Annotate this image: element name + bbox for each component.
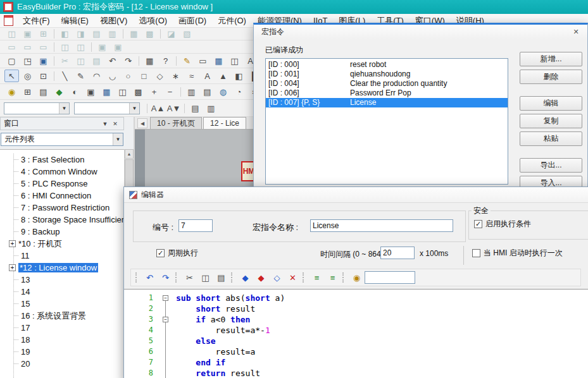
library-icon[interactable]: ◆ (52, 85, 66, 98)
delete-button[interactable]: 删除 (520, 70, 582, 84)
macro-name-input[interactable] (310, 219, 453, 232)
menu-item-0[interactable]: 文件(F) (17, 14, 56, 27)
interval-input[interactable] (380, 247, 415, 259)
tree-item-0[interactable]: 3 : Fast Selection (0, 154, 124, 166)
new-button[interactable]: 新增... (520, 52, 582, 66)
tree-item-2[interactable]: 5 : PLC Response (0, 178, 124, 190)
menu-item-1[interactable]: 编辑(E) (56, 14, 94, 27)
tree-item-1[interactable]: 4 : Common Window (0, 166, 124, 178)
checkbox-box[interactable] (472, 249, 480, 257)
increase-font-icon[interactable]: A▲ (151, 102, 165, 114)
tree-item-16[interactable]: 19 (0, 346, 124, 358)
chevron-down-icon[interactable]: ▼ (129, 103, 139, 114)
tab-1[interactable]: 12 - Lice (203, 117, 246, 129)
macro-list-item-1[interactable]: [ID : 001]qiehuanshoudong (266, 70, 508, 79)
snap-grid-icon[interactable]: ⊞ (20, 85, 35, 98)
save-icon[interactable]: ▣ (36, 54, 51, 67)
print-icon[interactable]: ▦ (142, 54, 157, 67)
recipe-icon[interactable]: ▦ (99, 85, 114, 98)
menu-item-2[interactable]: 视图(V) (94, 14, 133, 27)
step-run-icon[interactable]: ◇ (270, 271, 284, 284)
panel-menu-icon[interactable]: ▼ (100, 121, 110, 127)
layer-icon[interactable]: ▤ (36, 85, 51, 98)
tree-expand-icon[interactable]: + (9, 264, 16, 271)
tab-prev-icon[interactable]: ◀ (137, 118, 147, 128)
chevron-down-icon[interactable]: ▼ (113, 133, 123, 145)
arc-tool-icon[interactable]: ◠ (89, 70, 104, 82)
tree-item-4[interactable]: 7 : Password Restriction (0, 202, 124, 214)
film-icon[interactable]: ▩ (131, 85, 146, 98)
text-tool-icon[interactable]: A (200, 70, 215, 82)
close-icon[interactable]: ✕ (568, 27, 584, 37)
add-breakpoint-icon[interactable]: ◆ (254, 271, 268, 284)
chevron-down-icon[interactable]: ▼ (59, 103, 69, 114)
export-button[interactable]: 导出... (520, 158, 582, 173)
new-file-icon[interactable]: ▢ (4, 54, 19, 67)
select-tool-icon[interactable]: ↖ (4, 70, 19, 82)
checkbox-box[interactable]: ✓ (474, 220, 482, 228)
polygon-tool-icon[interactable]: ◇ (153, 70, 167, 82)
tree-item-6[interactable]: 9 : Backup (0, 226, 124, 238)
code-editor[interactable]: 123456789 −− sub short abs(short a) shor… (124, 289, 588, 378)
redo-icon[interactable]: ↷ (121, 54, 135, 67)
clear-breakpoint-icon[interactable]: ✕ (285, 271, 300, 284)
tree-item-15[interactable]: 18 (0, 334, 124, 346)
undo-icon[interactable]: ↶ (142, 271, 157, 284)
help-icon[interactable]: ? (158, 54, 173, 67)
tree-item-10[interactable]: 13 (0, 274, 124, 286)
copy-icon[interactable]: ◫ (198, 271, 213, 284)
star-tool-icon[interactable]: ∗ (168, 70, 183, 82)
ellipse-tool-icon[interactable]: ○ (121, 70, 135, 82)
scroll-thumb[interactable] (125, 159, 134, 190)
tree-item-11[interactable]: 14 (0, 286, 124, 298)
ruler-icon[interactable]: ▭ (196, 54, 210, 67)
freehand-tool-icon[interactable]: ≈ (184, 70, 199, 82)
menu-item-4[interactable]: 画面(D) (173, 14, 212, 27)
tree-item-12[interactable]: 15 (0, 298, 124, 310)
tree-item-14[interactable]: 17 (0, 322, 124, 334)
address-view-icon[interactable]: ▥ (184, 85, 199, 98)
line-tool-icon[interactable]: ╲ (58, 70, 72, 82)
macro-list-item-0[interactable]: [ID : 000]reset robot (266, 60, 508, 70)
fold-collapse-icon[interactable]: − (163, 317, 168, 322)
fold-collapse-icon[interactable]: − (163, 295, 168, 301)
bulb-icon[interactable]: ◉ (4, 85, 19, 98)
window-preview-icon[interactable]: ◫ (227, 54, 242, 67)
find-keyword-icon[interactable]: ◉ (349, 271, 364, 284)
copy-button[interactable]: 复制 (520, 114, 582, 128)
outdent-icon[interactable]: ≡ (325, 271, 340, 284)
online-icon[interactable]: ◍ (216, 85, 230, 98)
component-list-combo[interactable]: 元件列表 ▼ (1, 133, 123, 146)
open-file-icon[interactable]: ◳ (20, 54, 35, 67)
polyline-tool-icon[interactable]: ✎ (73, 70, 88, 82)
menu-item-5[interactable]: 元件(O) (212, 14, 252, 27)
tree-item-8[interactable]: 11 (0, 250, 124, 262)
periodic-checkbox[interactable]: ✓周期执行 (156, 248, 198, 259)
simulate-icon[interactable]: ◐ (68, 85, 82, 98)
tab-0[interactable]: 10 - 开机页 (150, 117, 202, 129)
checkbox-box[interactable]: ✓ (156, 249, 165, 257)
tree-item-5[interactable]: 8 : Storage Space Insufficient (0, 214, 124, 226)
capture-icon[interactable]: ▣ (84, 85, 98, 98)
redo-icon[interactable]: ↷ (158, 271, 173, 284)
scroll-up-icon[interactable]: ▲ (125, 149, 134, 159)
align-text-icon[interactable]: ▤ (188, 102, 203, 114)
distribute-icon[interactable]: ▥ (204, 102, 218, 114)
language-combo[interactable]: ▼ (74, 102, 140, 114)
pan-tool-icon[interactable]: ◎ (20, 70, 35, 82)
object-state-combo[interactable]: ▼ (4, 102, 70, 114)
menu-item-3[interactable]: 选项(O) (133, 14, 173, 27)
macro-list-item-3[interactable]: [ID : 006]Password Err Pop (266, 88, 508, 98)
zoom-out-icon[interactable]: − (163, 85, 177, 98)
pie-tool-icon[interactable]: ◡ (105, 70, 120, 82)
tree-expand-icon[interactable]: + (9, 240, 16, 247)
pen-style-icon[interactable]: ✎ (180, 54, 194, 67)
grid-icon[interactable]: ▦ (211, 54, 226, 67)
macro-id-input[interactable] (178, 219, 213, 232)
tag-view-icon[interactable]: ▤ (200, 85, 215, 98)
panel-close-icon[interactable]: ✕ (110, 121, 120, 127)
cut-icon[interactable]: ✂ (182, 271, 197, 284)
editor-dialog-titlebar[interactable]: 编辑器 (124, 187, 588, 203)
pick-tool-icon[interactable]: ⊡ (36, 70, 51, 82)
schedule-icon[interactable]: ◔ (232, 85, 246, 98)
